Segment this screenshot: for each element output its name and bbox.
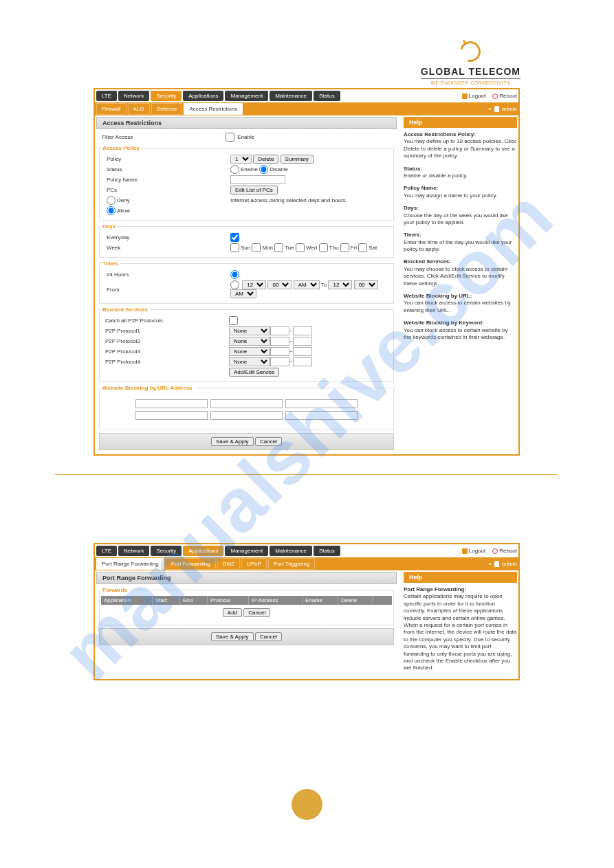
checkbox-everyday[interactable] <box>230 233 239 242</box>
tab-network[interactable]: Network <box>118 91 149 101</box>
radio-allow[interactable] <box>107 206 116 215</box>
legend-forwards: Forwards <box>101 587 129 593</box>
select-policy[interactable]: 1 <box>230 155 252 164</box>
label-week: Week <box>107 245 230 251</box>
logout-link-2[interactable]: Logout <box>462 548 485 554</box>
select-from-h[interactable]: 12 <box>242 280 266 289</box>
input-url-4[interactable] <box>135 411 208 420</box>
tab-network-2[interactable]: Network <box>118 546 149 556</box>
add-edit-service-button[interactable]: Add/Edit Service <box>229 368 279 377</box>
delete-policy-button[interactable]: Delete <box>253 155 278 164</box>
label-from: From <box>107 287 230 293</box>
reboot-link-2[interactable]: Reboot <box>492 548 517 554</box>
summary-button[interactable]: Summary <box>281 155 314 164</box>
label-p2p1: P2P Protocol1 <box>105 328 229 334</box>
subtab-dmz[interactable]: DMZ <box>217 558 240 570</box>
add-forward-button[interactable]: Add <box>223 608 242 617</box>
select-p2p3[interactable]: None <box>229 347 270 356</box>
section-title-port-range: Port Range Forwarding <box>96 572 397 584</box>
radio-from[interactable] <box>230 280 239 289</box>
save-apply-button[interactable]: Save & Apply <box>211 437 254 446</box>
select-p2p2[interactable]: None <box>229 337 270 346</box>
fieldset-forwards: Forwards Application Start End Protocol … <box>99 587 394 625</box>
select-to-m[interactable]: 00 <box>354 280 378 289</box>
subtab-port-fwd[interactable]: Port Forwarding <box>166 558 216 570</box>
label-p2p4: P2P Protocol4 <box>105 359 229 365</box>
radio-24h[interactable] <box>230 270 239 279</box>
subtab-port-range-fwd[interactable]: Port Range Forwarding <box>96 558 164 570</box>
tab-maintenance-2[interactable]: Maintenance <box>270 546 312 556</box>
input-p2p1-b[interactable] <box>293 326 312 335</box>
floating-circle-button[interactable] <box>292 789 322 820</box>
input-url-5[interactable] <box>210 411 283 420</box>
select-p2p4[interactable]: None <box>229 357 270 366</box>
input-p2p3-b[interactable] <box>293 347 312 356</box>
tab-maintenance[interactable]: Maintenance <box>270 91 312 101</box>
subtab-alg[interactable]: ALG <box>128 103 150 115</box>
subtab-defense[interactable]: Defense <box>151 103 183 115</box>
user-icon-2 <box>494 561 499 567</box>
input-p2p4-a[interactable] <box>270 357 289 366</box>
tab-security[interactable]: Security <box>151 91 182 101</box>
label-pcs: PCs <box>107 187 230 193</box>
checkbox-catch-p2p[interactable] <box>229 316 238 325</box>
tab-security-2[interactable]: Security <box>151 546 182 556</box>
input-p2p2-a[interactable] <box>270 337 289 346</box>
tab-lte[interactable]: LTE <box>96 91 117 101</box>
label-24h: 24 Hours <box>107 271 230 278</box>
input-p2p3-a[interactable] <box>270 347 289 356</box>
tab-status[interactable]: Status <box>314 91 340 101</box>
cancel-button[interactable]: Cancel <box>255 437 282 446</box>
checkbox-fri[interactable] <box>340 243 349 252</box>
power-icon <box>492 93 498 99</box>
checkbox-filter-enable[interactable] <box>226 133 234 142</box>
legend-access-policy: Access Policy <box>101 145 141 151</box>
select-from-m[interactable]: 00 <box>267 280 292 289</box>
select-to-ampm[interactable]: AM <box>230 289 256 298</box>
radio-status-disable[interactable] <box>259 165 268 174</box>
help-title-2: Help <box>404 572 517 583</box>
cancel-forward-button[interactable]: Cancel <box>243 608 270 617</box>
checkbox-thu[interactable] <box>319 243 328 252</box>
checkbox-tue[interactable] <box>274 243 283 252</box>
subtab-access-restrictions[interactable]: Access Restrictions <box>184 103 243 115</box>
reboot-link[interactable]: Reboot <box>492 93 517 99</box>
logout-link[interactable]: Logout <box>462 93 485 99</box>
input-p2p2-b[interactable] <box>293 337 312 346</box>
input-url-6[interactable] <box>285 411 358 420</box>
select-from-ampm[interactable]: AM <box>294 280 320 289</box>
router-ui-security: LTE Network Security Applications Manage… <box>94 88 520 456</box>
select-p2p1[interactable]: None <box>229 326 270 335</box>
tab-applications[interactable]: Applications <box>183 91 223 101</box>
tab-applications-2[interactable]: Applications <box>183 546 223 556</box>
input-policy-name[interactable] <box>230 175 285 184</box>
tab-management[interactable]: Management <box>225 91 268 101</box>
input-p2p4-b[interactable] <box>293 357 312 366</box>
edit-pcs-button[interactable]: Edit List of PCs <box>230 186 278 194</box>
checkbox-sun[interactable] <box>230 243 239 252</box>
tab-management-2[interactable]: Management <box>225 546 268 556</box>
subtab-upnp[interactable]: UPnP <box>241 558 267 570</box>
save-apply-button-2[interactable]: Save & Apply <box>211 632 254 641</box>
user-icon <box>494 106 499 112</box>
input-p2p1-a[interactable] <box>270 326 289 335</box>
page-divider <box>55 474 557 475</box>
radio-deny[interactable] <box>107 196 116 205</box>
input-url-2[interactable] <box>210 399 283 408</box>
tab-lte-2[interactable]: LTE <box>96 546 117 556</box>
label-p2p2: P2P Protocol2 <box>105 338 229 344</box>
subtab-firewall[interactable]: Firewall <box>96 103 127 115</box>
tab-status-2[interactable]: Status <box>314 546 340 556</box>
checkbox-sat[interactable] <box>358 243 367 252</box>
select-to-h[interactable]: 12 <box>328 280 352 289</box>
checkbox-mon[interactable] <box>252 243 261 252</box>
cancel-button-2[interactable]: Cancel <box>255 632 282 641</box>
subtab-port-trigger[interactable]: Port Triggering <box>268 558 315 570</box>
section-title-access-restrictions: Access Restrictions <box>96 117 397 129</box>
radio-status-enable[interactable] <box>230 165 239 174</box>
input-url-3[interactable] <box>285 399 358 408</box>
input-url-1[interactable] <box>135 399 208 408</box>
checkbox-wed[interactable] <box>296 243 305 252</box>
label-enable: Enable <box>237 134 254 140</box>
user-info: » admin <box>488 106 517 112</box>
